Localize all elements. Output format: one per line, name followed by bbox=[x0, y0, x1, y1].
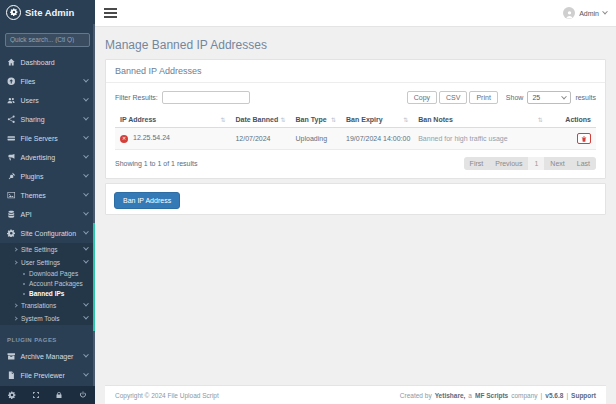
sidebar-item-file-previewer[interactable]: File Previewer bbox=[0, 366, 95, 385]
sidebar-item-banned-ips[interactable]: Banned IPs bbox=[0, 289, 95, 299]
delete-ban-button[interactable] bbox=[577, 133, 591, 144]
fullscreen-icon[interactable] bbox=[28, 388, 44, 402]
print-button[interactable]: Print bbox=[469, 91, 497, 104]
sort-icon: ⇅ bbox=[538, 116, 543, 123]
pagination-page-1[interactable]: 1 bbox=[528, 157, 544, 170]
sidebar-item-archive-manager[interactable]: Archive Manager bbox=[0, 347, 95, 366]
sidebar-item-download-pages[interactable]: Download Pages bbox=[0, 269, 95, 279]
pagination-next[interactable]: Next bbox=[544, 157, 570, 170]
col-ban-notes[interactable]: Ban Notes⇅ bbox=[413, 112, 548, 128]
user-menu[interactable]: Admin bbox=[563, 7, 607, 19]
export-button-group: Copy CSV Print bbox=[407, 91, 498, 104]
share-icon bbox=[7, 115, 16, 124]
sidebar-footer-toolbar bbox=[0, 386, 95, 404]
plug-icon bbox=[7, 172, 16, 181]
sort-icon: ⇅ bbox=[281, 116, 286, 123]
created-by-text: Created by bbox=[400, 392, 432, 399]
chevron-down-icon bbox=[83, 153, 89, 159]
sort-icon: ⇅ bbox=[220, 116, 225, 123]
chevron-down-icon bbox=[602, 9, 608, 15]
sidebar-item-file-servers[interactable]: File Servers bbox=[0, 129, 95, 148]
sidebar: Site Admin Dashboard Files Users Sharing… bbox=[0, 0, 95, 404]
version-text: v5.6.8 bbox=[545, 392, 563, 399]
chevron-down-icon bbox=[83, 245, 89, 251]
actions-panel: Ban IP Address bbox=[105, 183, 606, 215]
chevron-down-icon bbox=[83, 134, 89, 140]
col-ban-type[interactable]: Ban Type⇅ bbox=[291, 112, 342, 128]
ip-cell: ✕12.25.54.24 bbox=[115, 128, 230, 150]
menu-toggle-icon[interactable] bbox=[104, 8, 117, 18]
main-area: Admin Manage Banned IP Addresses Banned … bbox=[95, 0, 616, 404]
pagination-previous[interactable]: Previous bbox=[489, 157, 528, 170]
bullet-icon bbox=[23, 273, 25, 275]
sidebar-item-plugins[interactable]: Plugins bbox=[0, 167, 95, 186]
panel-title: Banned IP Addresses bbox=[106, 60, 605, 83]
pagination-last[interactable]: Last bbox=[571, 157, 596, 170]
mfscripts-link[interactable]: MF Scripts bbox=[475, 392, 508, 399]
chevron-down-icon bbox=[83, 229, 89, 235]
chevron-down-icon bbox=[83, 191, 89, 197]
database-icon bbox=[7, 210, 16, 219]
person-icon bbox=[565, 10, 574, 19]
content: Banned IP Addresses Filter Results: Copy… bbox=[95, 59, 616, 404]
chevron-right-icon bbox=[13, 247, 17, 251]
sidebar-item-themes[interactable]: Themes bbox=[0, 186, 95, 205]
sidebar-item-sharing[interactable]: Sharing bbox=[0, 110, 95, 129]
col-date-banned[interactable]: Date Banned⇅ bbox=[230, 112, 290, 128]
file-icon bbox=[7, 371, 16, 380]
sidebar-item-translations[interactable]: Translations bbox=[0, 299, 95, 312]
sidebar-scrollbar-thumb[interactable] bbox=[93, 223, 95, 331]
col-ban-expiry[interactable]: Ban Expiry⇅ bbox=[341, 112, 413, 128]
ban-notes-cell: Banned for high traffic usage bbox=[413, 128, 548, 150]
archive-icon bbox=[7, 352, 16, 361]
settings-icon[interactable] bbox=[4, 388, 20, 402]
sidebar-item-dashboard[interactable]: Dashboard bbox=[0, 53, 95, 72]
quick-search-input[interactable] bbox=[5, 33, 90, 47]
results-summary: Showing 1 to 1 of 1 results bbox=[115, 160, 198, 167]
filter-input[interactable] bbox=[162, 91, 250, 104]
chevron-right-icon bbox=[13, 260, 17, 264]
table-toolbar: Filter Results: Copy CSV Print Show 25 r… bbox=[115, 91, 596, 104]
date-banned-cell: 12/07/2024 bbox=[230, 128, 290, 150]
csv-button[interactable]: CSV bbox=[439, 91, 467, 104]
sidebar-item-advertising[interactable]: Advertising bbox=[0, 148, 95, 167]
page-length-select[interactable]: 25 bbox=[527, 91, 571, 104]
banned-ips-table: IP Address⇅ Date Banned⇅ Ban Type⇅ Ban E… bbox=[115, 112, 596, 150]
support-link[interactable]: Support bbox=[571, 392, 596, 399]
table-header-row: IP Address⇅ Date Banned⇅ Ban Type⇅ Ban E… bbox=[115, 112, 596, 128]
gear-icon bbox=[7, 229, 16, 238]
megaphone-icon bbox=[7, 153, 16, 162]
yetishare-link[interactable]: Yetishare, bbox=[435, 392, 466, 399]
bullet-icon bbox=[23, 293, 25, 295]
users-icon bbox=[7, 96, 16, 105]
banned-ips-panel: Banned IP Addresses Filter Results: Copy… bbox=[105, 59, 606, 179]
actions-cell bbox=[548, 128, 596, 150]
chevron-down-icon bbox=[83, 352, 89, 358]
pagination-first[interactable]: First bbox=[464, 157, 490, 170]
sidebar-menu: Dashboard Files Users Sharing File Serve… bbox=[0, 53, 95, 387]
ban-expiry-cell: 19/07/2024 14:00:00 bbox=[341, 128, 413, 150]
sidebar-item-user-settings[interactable]: User Settings bbox=[0, 256, 95, 269]
show-label: Show bbox=[506, 94, 524, 101]
avatar bbox=[563, 7, 575, 19]
power-icon[interactable] bbox=[75, 388, 91, 402]
brand: Site Admin bbox=[0, 0, 95, 24]
sidebar-item-files[interactable]: Files bbox=[0, 72, 95, 91]
sidebar-scrollbar-track bbox=[93, 24, 95, 386]
sidebar-item-site-configuration[interactable]: Site Configuration bbox=[0, 224, 95, 243]
sidebar-item-account-packages[interactable]: Account Packages bbox=[0, 279, 95, 289]
chevron-down-icon bbox=[83, 314, 89, 320]
server-icon bbox=[7, 134, 16, 143]
copy-button[interactable]: Copy bbox=[407, 91, 437, 104]
sidebar-item-api[interactable]: API bbox=[0, 205, 95, 224]
site-configuration-submenu: Site Settings User Settings Download Pag… bbox=[0, 243, 95, 325]
sidebar-item-site-settings[interactable]: Site Settings bbox=[0, 243, 95, 256]
ban-ip-address-button[interactable]: Ban IP Address bbox=[114, 192, 180, 209]
chevron-down-icon bbox=[83, 210, 89, 216]
col-ip-address[interactable]: IP Address⇅ bbox=[115, 112, 230, 128]
sidebar-item-system-tools[interactable]: System Tools bbox=[0, 312, 95, 325]
lock-icon[interactable] bbox=[51, 388, 67, 402]
chevron-down-icon bbox=[562, 93, 568, 99]
chevron-down-icon bbox=[83, 258, 89, 264]
sidebar-item-users[interactable]: Users bbox=[0, 91, 95, 110]
